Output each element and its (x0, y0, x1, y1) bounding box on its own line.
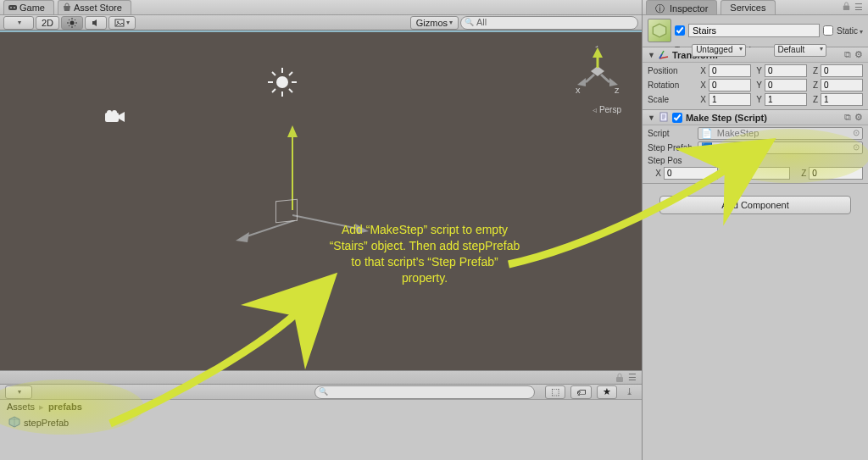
gear-icon[interactable]: ⚙ (854, 112, 863, 123)
scale-z-field[interactable] (821, 93, 863, 106)
filter-by-type-icon[interactable]: ⬚ (545, 385, 565, 399)
svg-marker-33 (593, 47, 603, 58)
breadcrumb-folder[interactable]: prefabs (48, 402, 82, 412)
svg-line-28 (292, 215, 359, 229)
tag-dropdown[interactable]: Untagged (692, 44, 745, 57)
asset-store-icon (62, 3, 72, 13)
svg-line-8 (69, 19, 70, 20)
position-x-field[interactable] (709, 64, 751, 77)
gameobject-header: Static Tag Untagged Layer Default (643, 15, 868, 47)
breadcrumb: Assets ▸ prefabs (0, 400, 642, 413)
svg-rect-23 (105, 113, 119, 122)
shaded-dropdown[interactable] (3, 16, 34, 30)
scene-tabs: Game Asset Store (0, 0, 642, 15)
fold-toggle[interactable]: ▼ (648, 51, 655, 59)
svg-rect-42 (616, 377, 623, 382)
steppos-y-field[interactable] (737, 167, 791, 180)
steppos-z-field[interactable] (809, 167, 863, 180)
rotation-y-field[interactable] (765, 79, 807, 91)
image-icon (114, 18, 125, 28)
asset-item-label: stepPrefab (24, 418, 69, 428)
svg-line-11 (69, 25, 70, 26)
static-checkbox[interactable] (823, 25, 833, 36)
svg-point-1 (10, 7, 12, 8)
asset-item-stepprefab[interactable]: stepPrefab (7, 415, 635, 430)
scale-label: Scale (648, 95, 695, 104)
tab-inspector[interactable]: ⓘ Inspector (646, 0, 717, 14)
svg-point-3 (70, 20, 75, 25)
tab-asset-store-label: Asset Store (74, 3, 122, 13)
gameobject-icon[interactable] (648, 19, 671, 42)
save-search-icon[interactable]: ⤓ (622, 386, 637, 397)
audio-icon (91, 18, 101, 28)
svg-point-2 (14, 7, 15, 8)
fx-dropdown[interactable] (108, 16, 136, 30)
scene-toolbar: 2D Gizmos All (0, 15, 642, 30)
help-icon[interactable]: ⧉ (844, 112, 851, 123)
tab-asset-store[interactable]: Asset Store (58, 0, 131, 14)
help-icon[interactable]: ⧉ (844, 49, 851, 60)
add-component-button[interactable]: Add Component (659, 196, 851, 214)
svg-line-36 (586, 75, 594, 82)
stepprefab-label: Step Prefab (648, 143, 695, 152)
scene-search-input[interactable]: All (460, 16, 638, 30)
steppos-label: Step Pos (648, 156, 695, 165)
breadcrumb-root[interactable]: Assets (7, 402, 35, 412)
svg-line-38 (601, 75, 609, 82)
directional-light-gizmo[interactable] (268, 68, 297, 98)
prefab-cube-icon (8, 416, 20, 430)
script-reference-field[interactable]: 📄 MakeStep (698, 127, 863, 140)
layer-dropdown[interactable]: Default (774, 44, 826, 57)
panel-menu-icon[interactable]: ☰ (628, 372, 637, 383)
tab-services[interactable]: Services (721, 0, 775, 14)
gameobject-name-field[interactable] (688, 24, 820, 37)
lock-icon[interactable] (615, 373, 625, 383)
favorite-icon[interactable]: ★ (597, 385, 617, 399)
scene-statusbar: ☰ (0, 370, 642, 384)
component-enabled-checkbox[interactable] (672, 113, 682, 123)
persp-label[interactable]: Persp (593, 105, 621, 114)
inspector-tabs: ⓘ Inspector Services ☰ (643, 0, 868, 15)
script-icon (659, 112, 669, 124)
svg-line-9 (75, 25, 75, 26)
makestep-component: ▼ Make Step (Script) ⧉ ⚙ Script 📄 MakeSt… (643, 110, 868, 184)
gear-icon[interactable]: ⚙ (854, 49, 863, 60)
fold-toggle[interactable]: ▼ (648, 114, 655, 122)
static-dropdown[interactable]: Static (837, 26, 863, 36)
svg-marker-27 (287, 125, 298, 137)
svg-marker-47 (653, 24, 665, 36)
panel-menu-icon[interactable]: ☰ (853, 0, 865, 14)
lighting-toggle[interactable] (61, 16, 83, 30)
camera-gizmo[interactable] (103, 108, 127, 127)
prefab-mini-icon: 🟦 (701, 142, 713, 152)
gameobject-active-checkbox[interactable] (675, 25, 685, 36)
position-z-field[interactable] (821, 64, 863, 77)
project-search-input[interactable] (314, 385, 535, 399)
stepprefab-reference-field[interactable]: 🟦 stepPrefab (698, 141, 863, 154)
steppos-x-field[interactable] (664, 167, 718, 180)
move-gizmo-z-axis[interactable] (236, 220, 295, 244)
project-create-dropdown[interactable] (5, 385, 32, 399)
scale-y-field[interactable] (765, 93, 807, 106)
mode-2d-button[interactable]: 2D (36, 16, 59, 30)
move-gizmo-x-axis[interactable] (292, 208, 369, 236)
script-value: MakeStep (717, 128, 760, 138)
svg-marker-31 (236, 232, 249, 242)
inspector-lock-icon[interactable] (840, 0, 853, 14)
svg-line-30 (244, 220, 295, 237)
svg-text:x: x (576, 85, 581, 95)
svg-point-14 (276, 76, 288, 88)
filter-by-label-icon[interactable]: 🏷 (570, 385, 592, 399)
gizmos-dropdown[interactable]: Gizmos (410, 16, 459, 30)
position-y-field[interactable] (765, 64, 807, 77)
rotation-x-field[interactable] (709, 79, 751, 91)
audio-toggle[interactable] (85, 16, 107, 30)
scene-viewport[interactable]: y x z Persp (0, 30, 642, 370)
rotation-z-field[interactable] (821, 79, 863, 91)
tab-game[interactable]: Game (3, 0, 54, 14)
orientation-gizmo[interactable]: y x z (570, 46, 625, 100)
scale-x-field[interactable] (709, 93, 751, 106)
sun-icon (67, 18, 77, 28)
selected-object-outline[interactable] (275, 199, 298, 224)
position-label: Position (648, 66, 695, 75)
